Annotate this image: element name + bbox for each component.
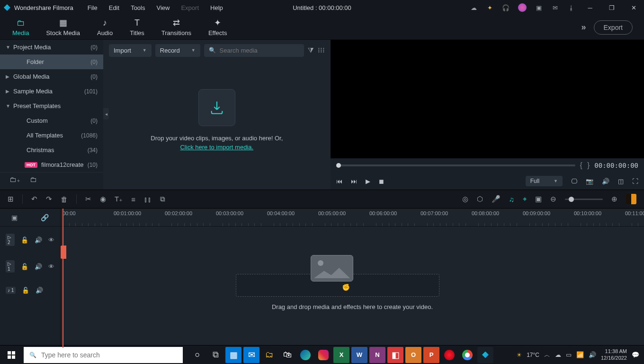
instagram-icon[interactable] <box>315 347 331 363</box>
menu-view[interactable]: View <box>152 2 174 13</box>
idea-icon[interactable]: ✦ <box>486 4 493 11</box>
sound-icon[interactable]: 🔊 <box>589 351 596 358</box>
menu-file[interactable]: File <box>83 2 102 13</box>
track-head-audio-1[interactable]: ♪ 1🔓🔊 <box>0 280 60 300</box>
playhead-grip[interactable] <box>61 246 66 259</box>
sidebar-item-sample-media[interactable]: ▶Sample Media(101) <box>0 84 103 99</box>
app-icon[interactable]: ▦ <box>225 347 242 363</box>
battery-icon[interactable]: ▭ <box>566 351 572 358</box>
preview-scrubber[interactable] <box>336 164 575 166</box>
zoom-in-button[interactable]: ⊕ <box>611 195 617 203</box>
weather-temp[interactable]: 17°C <box>527 352 539 358</box>
sidebar-item-filmora12create[interactable]: HOTfilmora12create(10) <box>0 157 103 172</box>
excel-icon[interactable]: X <box>333 347 349 363</box>
cloud-icon[interactable]: ☁ <box>470 4 477 11</box>
quality-dropdown[interactable]: Full▼ <box>526 176 563 186</box>
cut-button[interactable]: ✂ <box>85 195 91 203</box>
speed-button[interactable]: ≡ <box>131 195 135 203</box>
tab-audio[interactable]: ♪Audio <box>89 16 121 38</box>
folder-icon[interactable]: 🗀 <box>30 175 37 183</box>
playhead[interactable] <box>63 209 63 348</box>
speaker-icon[interactable]: 🔊 <box>35 237 42 244</box>
task-view-icon[interactable]: ⧉ <box>207 347 224 363</box>
tab-effects[interactable]: ✦Effects <box>200 16 236 38</box>
sidebar-item-project-media[interactable]: ▼Project Media(0) <box>0 40 103 55</box>
timeline-options-icon[interactable]: ▣ <box>11 214 18 221</box>
crop-button[interactable]: ◉ <box>100 195 106 203</box>
word-icon[interactable]: W <box>351 347 367 363</box>
weather-icon[interactable]: ☀ <box>517 352 522 358</box>
system-clock[interactable]: 11:38 AM 12/16/2022 <box>601 348 627 361</box>
compare-icon[interactable]: ◫ <box>618 178 624 185</box>
crop-tool-icon[interactable]: ⧉ <box>160 195 165 203</box>
outlook-icon[interactable]: O <box>405 347 421 363</box>
lock-icon[interactable]: 🔓 <box>22 287 29 294</box>
new-folder-icon[interactable]: 🗀₊ <box>9 175 20 184</box>
marker-add-icon[interactable]: ▣ <box>535 195 542 203</box>
onenote-icon[interactable]: N <box>369 347 385 363</box>
color-picker-icon[interactable] <box>626 194 636 204</box>
tab-media[interactable]: 🗀Media <box>4 16 37 38</box>
tab-stock-media[interactable]: ▦Stock Media <box>37 16 89 38</box>
target-icon[interactable]: ◎ <box>462 195 468 203</box>
next-frame-button[interactable]: ⏭ <box>351 178 357 185</box>
sidebar-item-all-templates[interactable]: All Templates(1086) <box>0 128 103 143</box>
tray-cloud-icon[interactable]: ☁ <box>555 351 561 358</box>
menu-tools[interactable]: Tools <box>126 2 150 13</box>
lock-icon[interactable]: 🔓 <box>21 263 28 270</box>
export-button[interactable]: Export <box>594 20 633 35</box>
tab-transitions[interactable]: ⇄Transitions <box>153 16 200 38</box>
app-icon-red[interactable]: ◧ <box>387 347 403 363</box>
mark-in-icon[interactable]: { <box>580 161 582 170</box>
fullscreen-icon[interactable]: ⛶ <box>632 178 638 185</box>
zoom-slider[interactable] <box>565 199 603 200</box>
headset-icon[interactable]: 🎧 <box>502 4 510 11</box>
mark-out-icon[interactable]: } <box>587 161 590 170</box>
display-icon[interactable]: 🖵 <box>571 178 577 185</box>
preview-viewport[interactable] <box>331 40 644 158</box>
sidebar-item-christmas[interactable]: Christmas(34) <box>0 143 103 157</box>
filmora-taskbar-icon[interactable] <box>477 347 493 363</box>
maximize-button[interactable]: ❐ <box>605 3 618 12</box>
notifications-icon[interactable]: 💬 <box>632 351 639 358</box>
cortana-icon[interactable]: ○ <box>189 347 206 363</box>
volume-icon[interactable]: 🔊 <box>602 178 609 185</box>
tray-chevron-icon[interactable]: ︿ <box>544 351 550 359</box>
track-head-video-1[interactable]: ▷ 1🔓🔊👁 <box>0 253 60 280</box>
menu-edit[interactable]: Edit <box>104 2 124 13</box>
sidebar-item-custom[interactable]: Custom(0) <box>0 113 103 128</box>
speaker-icon[interactable]: 🔊 <box>36 287 43 294</box>
import-link[interactable]: Click here to import media. <box>180 144 253 151</box>
mic-icon[interactable]: 🎤 <box>492 195 501 203</box>
speaker-icon[interactable]: 🔊 <box>35 263 42 270</box>
minimize-button[interactable]: ─ <box>583 3 597 12</box>
close-button[interactable]: ✕ <box>627 3 640 12</box>
more-tabs-icon[interactable]: » <box>581 22 586 32</box>
sidebar-item-preset-templates[interactable]: ▼Preset Templates <box>0 99 103 113</box>
sidebar-item-global-media[interactable]: ▶Global Media(0) <box>0 69 103 84</box>
prev-frame-button[interactable]: ⏮ <box>336 178 342 185</box>
snapshot-icon[interactable]: 📷 <box>586 178 593 185</box>
sidebar-item-folder[interactable]: Folder(0) <box>0 55 103 69</box>
zoom-out-button[interactable]: ⊖ <box>550 195 556 203</box>
wifi-icon[interactable]: 📶 <box>576 351 584 358</box>
adjust-button[interactable]: ⫿⫿ <box>144 195 152 203</box>
magnet-icon[interactable]: ⌖ <box>523 195 527 203</box>
lock-icon[interactable]: 🔓 <box>21 237 28 244</box>
chrome-icon[interactable] <box>459 347 475 363</box>
track-area[interactable]: 00:0000:01:00:0000:02:00:0000:03:00:0000… <box>61 209 644 348</box>
windows-search-input[interactable] <box>41 351 177 359</box>
start-button[interactable] <box>0 346 23 364</box>
mail-app-icon[interactable]: ✉ <box>243 347 259 363</box>
menu-help[interactable]: Help <box>206 2 228 13</box>
save-icon[interactable]: ▣ <box>535 4 543 11</box>
play-button[interactable]: ▶ <box>366 178 370 185</box>
store-icon[interactable]: 🛍 <box>279 347 295 363</box>
redo-button[interactable]: ↷ <box>46 195 52 203</box>
track-head-video-2[interactable]: ▷ 2🔓🔊👁 <box>0 227 60 253</box>
apps-icon[interactable]: ⊞ <box>8 195 14 203</box>
tab-titles[interactable]: TTitles <box>121 16 153 38</box>
shield-icon[interactable]: ⬡ <box>477 195 483 203</box>
opera-icon[interactable] <box>441 347 457 363</box>
download-icon[interactable]: ⭳ <box>567 4 575 11</box>
